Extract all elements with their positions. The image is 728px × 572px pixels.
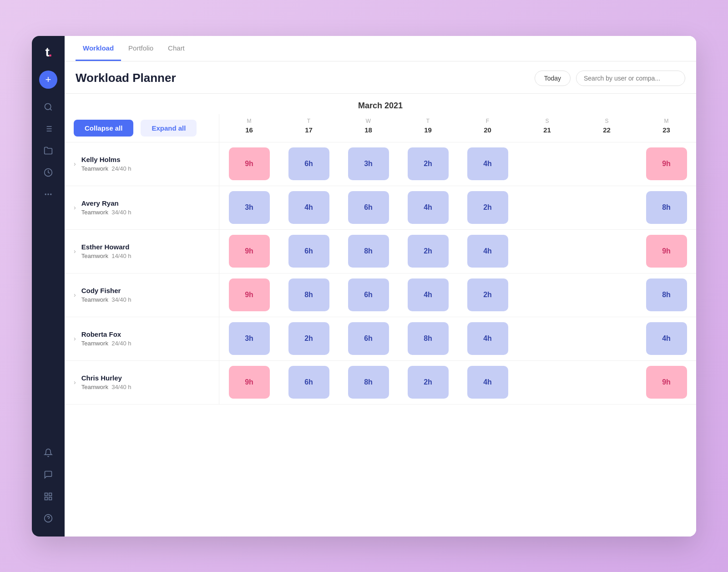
day-cell: 2h bbox=[398, 233, 458, 269]
day-cell bbox=[577, 146, 637, 182]
day-cell: 4h bbox=[398, 189, 458, 226]
svg-point-10 bbox=[48, 194, 49, 195]
expand-row-icon[interactable]: › bbox=[74, 160, 76, 167]
user-info: › Esther Howard Teamwork 14/40 h bbox=[65, 230, 219, 273]
svg-point-0 bbox=[45, 103, 51, 109]
svg-rect-12 bbox=[45, 493, 48, 496]
user-company: Teamwork bbox=[81, 296, 108, 303]
tab-workload[interactable]: Workload bbox=[76, 36, 121, 61]
user-meta: Teamwork 34/40 h bbox=[81, 209, 131, 216]
sidebar-item-help[interactable] bbox=[39, 509, 57, 527]
hour-block: 3h bbox=[229, 322, 270, 355]
logo-dot: . bbox=[49, 45, 51, 59]
day-header: M 16 bbox=[219, 114, 279, 142]
hour-block: 4h bbox=[646, 322, 687, 355]
day-cells: 9h6h8h2h4h9h bbox=[219, 233, 696, 269]
day-cell: 8h bbox=[279, 277, 339, 313]
hour-block: 6h bbox=[348, 191, 389, 224]
day-cell: 8h bbox=[637, 189, 696, 226]
tab-chart[interactable]: Chart bbox=[161, 36, 192, 61]
hour-block: 4h bbox=[467, 322, 508, 355]
controls-section: Collapse all Expand all bbox=[65, 114, 219, 142]
day-cell bbox=[577, 233, 637, 269]
tab-portfolio[interactable]: Portfolio bbox=[121, 36, 161, 61]
hour-block: 2h bbox=[467, 191, 508, 224]
hour-block: 4h bbox=[288, 191, 329, 224]
day-cell: 6h bbox=[339, 320, 398, 357]
sidebar-item-chat[interactable] bbox=[39, 466, 57, 484]
day-cell: 6h bbox=[279, 146, 339, 182]
user-details: Chris Hurley Teamwork 34/40 h bbox=[81, 374, 131, 390]
hour-block: 9h bbox=[229, 147, 270, 180]
expand-row-icon[interactable]: › bbox=[74, 335, 76, 342]
expand-row-icon[interactable]: › bbox=[74, 379, 76, 386]
hour-block: 6h bbox=[348, 278, 389, 311]
sidebar-item-more[interactable] bbox=[39, 185, 57, 203]
add-button[interactable]: + bbox=[39, 71, 57, 89]
user-name: Kelly Holms bbox=[81, 156, 131, 163]
day-cell: 8h bbox=[339, 233, 398, 269]
user-details: Roberta Fox Teamwork 24/40 h bbox=[81, 330, 131, 347]
today-button[interactable]: Today bbox=[535, 71, 571, 86]
sidebar-item-folder[interactable] bbox=[39, 142, 57, 160]
planner-area: March 2021 Collapse all Expand all M 16 … bbox=[65, 94, 696, 537]
day-cell bbox=[517, 277, 577, 313]
sidebar-item-bell[interactable] bbox=[39, 444, 57, 462]
hour-block: 2h bbox=[288, 322, 329, 355]
day-cell: 9h bbox=[219, 277, 279, 313]
day-letter: S bbox=[579, 118, 635, 124]
day-letter: S bbox=[519, 118, 575, 124]
user-name: Esther Howard bbox=[81, 243, 131, 251]
hour-block: 4h bbox=[467, 147, 508, 180]
collapse-all-button[interactable]: Collapse all bbox=[74, 120, 133, 137]
hour-block: 4h bbox=[408, 191, 449, 224]
day-cell bbox=[517, 146, 577, 182]
sidebar-item-grid[interactable] bbox=[39, 487, 57, 506]
page-title: Workload Planner bbox=[76, 71, 176, 85]
day-cell: 4h bbox=[458, 320, 517, 357]
day-cell: 9h bbox=[637, 233, 696, 269]
svg-line-1 bbox=[50, 108, 52, 110]
hour-block: 6h bbox=[348, 322, 389, 355]
user-details: Kelly Holms Teamwork 24/40 h bbox=[81, 156, 131, 172]
day-cell: 4h bbox=[458, 233, 517, 269]
day-cell: 8h bbox=[637, 277, 696, 313]
user-meta: Teamwork 34/40 h bbox=[81, 384, 131, 390]
day-cell: 8h bbox=[339, 364, 398, 400]
user-details: Avery Ryan Teamwork 34/40 h bbox=[81, 199, 131, 216]
user-info: › Roberta Fox Teamwork 24/40 h bbox=[65, 317, 219, 360]
search-input[interactable] bbox=[576, 71, 685, 86]
day-header: T 19 bbox=[398, 114, 458, 142]
expand-row-icon[interactable]: › bbox=[74, 291, 76, 299]
day-cell bbox=[517, 233, 577, 269]
user-name: Roberta Fox bbox=[81, 330, 131, 338]
day-cell: 4h bbox=[637, 320, 696, 357]
hour-block: 4h bbox=[467, 235, 508, 268]
hour-block: 2h bbox=[408, 235, 449, 268]
hour-block: 9h bbox=[229, 366, 270, 399]
hour-block: 2h bbox=[467, 278, 508, 311]
expand-row-icon[interactable]: › bbox=[74, 204, 76, 211]
hour-block: 8h bbox=[288, 278, 329, 311]
day-cell: 6h bbox=[339, 189, 398, 226]
day-number: 18 bbox=[340, 126, 396, 134]
user-hours: 14/40 h bbox=[111, 253, 131, 259]
sidebar: t. + bbox=[32, 36, 65, 537]
user-meta: Teamwork 34/40 h bbox=[81, 296, 131, 303]
user-info: › Avery Ryan Teamwork 34/40 h bbox=[65, 186, 219, 229]
sidebar-item-clock[interactable] bbox=[39, 163, 57, 182]
user-hours: 34/40 h bbox=[111, 209, 131, 216]
sidebar-item-list[interactable] bbox=[39, 120, 57, 138]
day-cell: 9h bbox=[637, 146, 696, 182]
sidebar-item-search[interactable] bbox=[39, 98, 57, 116]
day-cells: 9h6h3h2h4h9h bbox=[219, 146, 696, 182]
day-cell bbox=[517, 364, 577, 400]
controls-day-headers-row: Collapse all Expand all M 16 T 17 W 18 T… bbox=[65, 114, 696, 142]
day-cell: 6h bbox=[279, 233, 339, 269]
day-number: 21 bbox=[519, 126, 575, 134]
expand-all-button[interactable]: Expand all bbox=[141, 120, 197, 137]
hour-block: 6h bbox=[288, 235, 329, 268]
expand-row-icon[interactable]: › bbox=[74, 248, 76, 255]
hour-block: 8h bbox=[646, 191, 687, 224]
day-cell bbox=[577, 320, 637, 357]
